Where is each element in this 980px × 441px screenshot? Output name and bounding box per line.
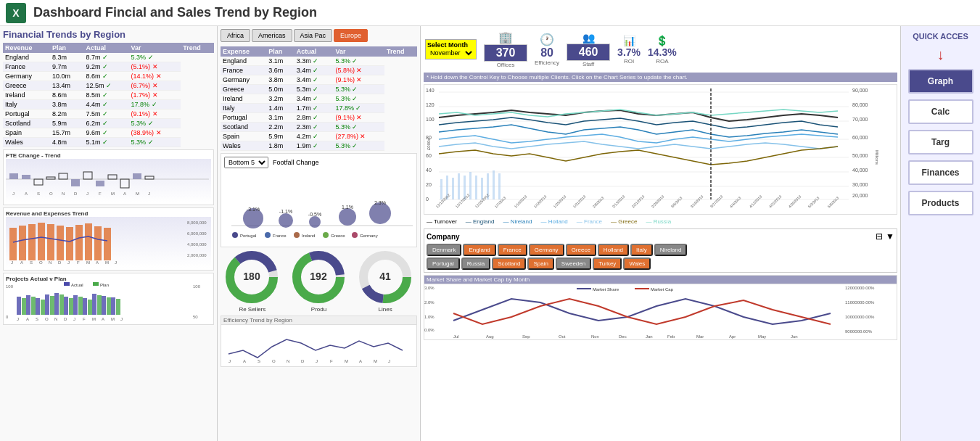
company-btn-nireland[interactable]: Nireland (654, 244, 688, 256)
people-icon: 👥 (582, 32, 595, 44)
region-tab-asia-pac[interactable]: Asia Pac (294, 29, 333, 42)
svg-rect-78 (64, 282, 70, 286)
company-btn-portugal[interactable]: Portugal (427, 257, 460, 270)
month-dropdown[interactable]: November October September (427, 49, 474, 57)
svg-text:J: J (228, 359, 231, 363)
company-btn-wales[interactable]: Wales (623, 257, 651, 270)
svg-point-101 (339, 208, 356, 226)
svg-text:4/12/2013: 4/12/2013 (748, 194, 762, 209)
svg-text:A: A (96, 260, 99, 265)
svg-rect-75 (97, 295, 102, 315)
svg-text:O: O (39, 260, 43, 265)
svg-text:Jul: Jul (453, 334, 459, 339)
company-btn-turkey[interactable]: Turkey (593, 257, 622, 270)
products-button[interactable]: Products (908, 191, 973, 215)
svg-text:Oct: Oct (559, 334, 566, 339)
svg-text:Market Cap: Market Cap (651, 287, 674, 292)
svg-text:50: 50 (193, 315, 198, 319)
svg-rect-37 (85, 223, 92, 260)
svg-rect-64 (92, 294, 96, 315)
efficiency-chart-title: Efficiency Trend by Region (221, 316, 416, 325)
donut-lines-svg: 41 (358, 250, 413, 305)
company-btn-spain[interactable]: Spain (527, 257, 553, 270)
svg-text:O: O (45, 317, 49, 321)
donut-products-svg: 192 (292, 250, 346, 305)
svg-rect-166 (458, 173, 460, 199)
svg-text:S: S (258, 359, 260, 363)
excel-icon: X (6, 3, 26, 23)
company-btn-scotland[interactable]: Scotland (492, 257, 526, 270)
staff-label: Staff (582, 61, 594, 67)
left-panel: Financial Trends by Region Revenue Plan … (0, 26, 218, 441)
market-svg: Jul Aug Sep Oct Nov Dec Jan Feb Mar Apr … (446, 284, 845, 342)
company-btn-italy[interactable]: Italy (630, 244, 653, 256)
svg-point-99 (309, 216, 321, 228)
region-tab-europe[interactable]: Europe (334, 29, 368, 42)
page-title: Dashboard Fincial and Sales Trend by Reg… (33, 5, 317, 20)
svg-text:Feb: Feb (667, 334, 675, 339)
bubble-filter-select[interactable]: Bottom 5 Top 5 (224, 157, 268, 168)
svg-point-105 (232, 232, 238, 238)
svg-point-111 (323, 232, 329, 238)
company-btn-france[interactable]: France (498, 244, 527, 256)
funnel-icon[interactable]: ▼ (886, 231, 894, 242)
svg-text:J: J (120, 317, 123, 321)
region-tab-americas[interactable]: Americas (252, 29, 292, 42)
company-btn-germany[interactable]: Germany (529, 244, 564, 256)
targ-button[interactable]: Targ (908, 130, 973, 154)
table-row: Greece13.4m12.5m ✓(6.7%) ✕ (3, 81, 214, 91)
svg-text:100: 100 (426, 117, 435, 122)
select-month-label: Select Month (427, 41, 474, 49)
clock-icon: 🕐 (540, 33, 554, 46)
company-btn-denmark[interactable]: Denmark (427, 244, 461, 256)
svg-text:192: 192 (310, 271, 327, 282)
filter-icon[interactable]: ⊟ (876, 231, 883, 242)
legend-england: — England (466, 218, 495, 225)
svg-text:5/8/2013: 5/8/2013 (826, 196, 839, 209)
svg-text:M: M (105, 260, 109, 265)
arrow-down-icon: ↓ (937, 46, 944, 63)
company-btn-england[interactable]: England (463, 244, 495, 256)
svg-rect-72 (69, 298, 73, 315)
donut-lines: 41 Lines (358, 250, 413, 313)
main-trend-chart: 140 120 100 80 60 40 20 0 90,000 80,000 … (424, 84, 897, 215)
svg-point-97 (279, 213, 293, 228)
company-btn-sweeden[interactable]: Sweeden (556, 257, 591, 270)
svg-text:2.3%: 2.3% (374, 200, 386, 205)
quick-access-title: QUICK ACCES (913, 32, 968, 41)
legend-turnover: — Turnover (427, 218, 457, 225)
company-section: Company ⊟ ▼ DenmarkEnglandFranceGermanyG… (424, 228, 897, 273)
quick-access-panel: QUICK ACCES ↓ Graph Calc Targ Finances P… (900, 26, 980, 441)
company-btn-russia[interactable]: Russia (461, 257, 490, 270)
rev-exp-title: Revenue and Expenses Trend (6, 210, 211, 217)
svg-text:Portugal: Portugal (240, 234, 256, 238)
svg-text:F: F (330, 359, 333, 363)
revenue-expense-chart: Revenue and Expenses Trend 8,000,000 6,0… (3, 207, 214, 271)
roi-icon: 📊 (623, 35, 635, 46)
svg-text:D: D (74, 191, 78, 196)
svg-text:4,000,000: 4,000,000 (187, 242, 207, 247)
svg-rect-30 (19, 226, 26, 260)
legend-greece: — Greece (611, 218, 637, 225)
calc-button[interactable]: Calc (908, 99, 973, 124)
svg-text:D: D (301, 359, 305, 363)
svg-rect-3 (34, 179, 43, 185)
finances-button[interactable]: Finances (908, 160, 973, 185)
svg-rect-36 (75, 225, 83, 260)
efficiency-label: Efficiency (535, 59, 559, 66)
projects-chart: Projects Actual v Plan 100 0 100 50 (3, 273, 214, 325)
donut-resellers: 180 Re Sellers (225, 250, 279, 313)
svg-text:2/13/2013: 2/13/2013 (611, 194, 625, 209)
company-buttons-row2: PortugalRussiaScotlandSpainSweedenTurkey… (427, 257, 894, 270)
region-tab-africa[interactable]: Africa (221, 29, 250, 42)
svg-rect-58 (36, 298, 40, 315)
company-btn-greece[interactable]: Greece (566, 244, 596, 256)
svg-text:France: France (273, 234, 287, 238)
svg-text:2/21/2013: 2/21/2013 (630, 194, 645, 209)
graph-button[interactable]: Graph (908, 69, 973, 94)
table-row: England3.1m3.3m ✓5.3% ✓ (221, 57, 417, 66)
company-btn-holland[interactable]: Holland (598, 244, 629, 256)
svg-rect-76 (107, 297, 111, 315)
month-selector[interactable]: Select Month November October September (425, 39, 477, 59)
svg-text:F: F (99, 191, 102, 196)
